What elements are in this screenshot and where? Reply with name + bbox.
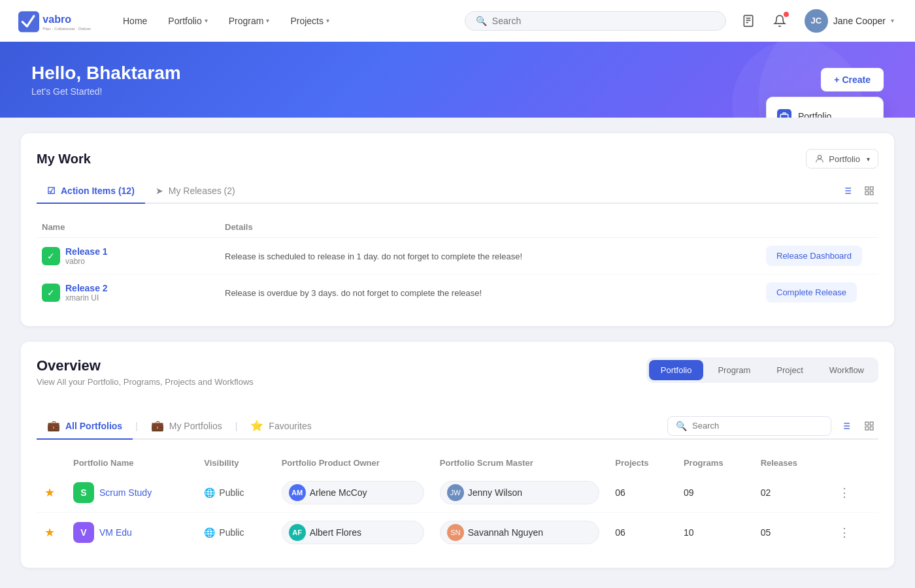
col-programs: Programs (676, 453, 753, 473)
create-dropdown-wrapper: + Create Portfolio Program Project (821, 68, 884, 91)
portfolio-name[interactable]: VM Edu (99, 527, 132, 538)
release-1-project: vabro (65, 257, 108, 266)
ptab-favourites[interactable]: ⭐ Favourites (240, 413, 322, 440)
nav-home[interactable]: Home (115, 10, 155, 31)
visibility-value: Public (219, 487, 244, 498)
col-product-owner: Portfolio Product Owner (274, 453, 432, 473)
svg-point-11 (818, 155, 822, 159)
search-icon: 🔍 (476, 16, 487, 26)
complete-release-btn[interactable]: Complete Release (766, 282, 857, 302)
user-avatar: JC (805, 9, 828, 33)
visibility-cell: 🌐 Public (196, 473, 273, 513)
ptab-all-portfolios[interactable]: 💼 All Portfolios (37, 413, 133, 440)
svg-rect-30 (865, 427, 869, 430)
col-scrum-master: Portfolio Scrum Master (432, 453, 608, 473)
release-icon: ✓ (42, 284, 60, 302)
work-table-row: ✓ Release 1 vabro Release is scheduled t… (37, 238, 878, 274)
release-2-detail: Release is overdue by 3 days. do not for… (225, 288, 482, 298)
programs-count: 09 (676, 473, 753, 513)
ptab-my-portfolios[interactable]: 💼 My Portfolios (141, 413, 233, 440)
portfolio-search-bar: 🔍 (667, 416, 831, 436)
portfolio-badge-sq: V (73, 522, 94, 543)
portfolio-filter-badge[interactable]: Portfolio ▾ (806, 149, 878, 169)
filter-tab-workflow[interactable]: Workflow (818, 360, 876, 380)
grid-view-btn[interactable] (860, 182, 878, 200)
create-portfolio-item[interactable]: Portfolio (767, 103, 883, 118)
release-dashboard-btn[interactable]: Release Dashboard (766, 246, 862, 266)
search-input[interactable] (492, 16, 715, 26)
col-releases: Releases (753, 453, 826, 473)
col-star (37, 453, 65, 473)
filter-tab-portfolio[interactable]: Portfolio (649, 360, 704, 380)
user-info[interactable]: JC Jane Cooper ▾ (799, 7, 899, 35)
chevron-down-icon: ▾ (326, 17, 329, 24)
release-2-detail-cell: Release is overdue by 3 days. do not for… (220, 287, 761, 298)
my-work-card: My Work Portfolio ▾ ☑ Action Items (12) … (21, 133, 894, 326)
release-icon: ✓ (42, 247, 60, 265)
document-icon-btn[interactable] (737, 9, 760, 33)
favourite-star-icon[interactable]: ★ (44, 526, 55, 539)
chevron-down-icon: ▾ (266, 17, 269, 24)
tab-action-items-label: Action Items (12) (61, 186, 135, 196)
release-2-title[interactable]: Release 2 (65, 283, 108, 293)
filter-tab-project[interactable]: Project (765, 360, 814, 380)
overview-filter-tabs: Portfolio Program Project Workflow (646, 357, 878, 383)
programs-count: 10 (676, 513, 753, 553)
create-button[interactable]: + Create (821, 68, 884, 91)
overview-header: Overview View All your Portfolio, Progra… (37, 357, 254, 387)
chevron-down-icon: ▾ (205, 17, 208, 24)
col-name: Name (37, 222, 220, 232)
row-actions-cell: ⋮ (825, 473, 878, 513)
col-action (761, 222, 878, 232)
notification-dot (784, 12, 789, 17)
nav-program[interactable]: Program ▾ (221, 10, 278, 31)
portfolio-filter-label: Portfolio (829, 154, 860, 164)
portfolio-name-cell: S Scrum Study (65, 473, 196, 513)
release-action-cell: Release Dashboard (761, 246, 878, 266)
favourite-star-icon[interactable]: ★ (44, 486, 55, 499)
visibility-cell: 🌐 Public (196, 513, 273, 553)
portfolio-badge-sq: S (73, 482, 94, 503)
notification-icon-btn[interactable] (768, 9, 791, 33)
work-table-header: Name Details (37, 217, 878, 238)
list-view-btn[interactable] (838, 182, 856, 200)
my-work-title: My Work (37, 152, 91, 167)
scrum-master-cell: SN Savannah Nguyen (432, 513, 608, 553)
portfolio-table-body: ★ S Scrum Study 🌐 Public (37, 473, 878, 552)
owner-name: Albert Flores (310, 527, 361, 538)
portfolio-filter-arrow-icon: ▾ (867, 155, 870, 163)
release-1-title[interactable]: Release 1 (65, 246, 108, 257)
owner-avatar: AF (289, 524, 306, 541)
hero-banner: Hello, Bhaktaram Let's Get Started! + Cr… (0, 42, 915, 118)
svg-rect-20 (865, 191, 869, 195)
fav-star-cell: ★ (37, 473, 65, 513)
nav-projects[interactable]: Projects ▾ (282, 10, 337, 31)
fav-star-cell: ★ (37, 513, 65, 553)
scrum-avatar: SN (447, 524, 464, 541)
portfolio-name[interactable]: Scrum Study (99, 487, 152, 498)
row-more-btn[interactable]: ⋮ (833, 483, 856, 502)
portfolio-grid-view-btn[interactable] (860, 417, 878, 435)
globe-icon: 🌐 (204, 527, 215, 538)
portfolio-list-view-btn[interactable] (837, 417, 855, 435)
ptab-fav-label: Favourites (269, 421, 311, 431)
release-name-cell: ✓ Release 2 xmarin UI (37, 283, 220, 302)
portfolio-search-input[interactable] (692, 421, 823, 431)
nav-portfolio[interactable]: Portfolio ▾ (160, 10, 215, 31)
row-more-btn[interactable]: ⋮ (833, 523, 856, 542)
col-visibility: Visibility (196, 453, 273, 473)
col-portfolio-name: Portfolio Name (65, 453, 196, 473)
tab-my-releases[interactable]: ➤ My Releases (2) (145, 179, 246, 204)
filter-tab-program[interactable]: Program (706, 360, 762, 380)
my-portfolios-icon: 💼 (151, 419, 164, 432)
scrum-master-cell: JW Jenny Wilson (432, 473, 608, 513)
tab-action-items[interactable]: ☑ Action Items (12) (37, 179, 145, 204)
portfolio-table: Portfolio Name Visibility Portfolio Prod… (37, 453, 878, 552)
hero-subtitle: Let's Get Started! (31, 86, 181, 97)
action-items-icon: ☑ (47, 186, 56, 196)
portfolio-table-header: Portfolio Name Visibility Portfolio Prod… (37, 453, 878, 473)
product-owner-cell: AM Arlene McCoy (274, 473, 432, 513)
hero-text: Hello, Bhaktaram Let's Get Started! (31, 63, 181, 97)
logo[interactable]: vabro Plan · Collaborate · Deliver (16, 8, 94, 34)
svg-rect-31 (870, 427, 873, 430)
